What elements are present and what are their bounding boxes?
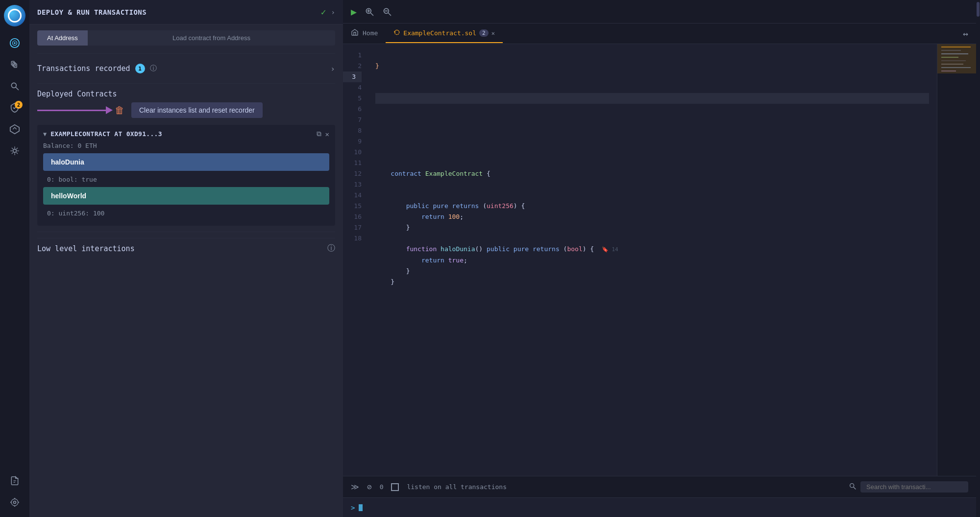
line-numbers: 1 2 3 4 5 6 7 8 9 10 11 12 13 14 15 16 1… — [343, 44, 368, 476]
deploy-icon — [9, 38, 20, 50]
arrow-line — [37, 110, 106, 111]
panel-header: DEPLOY & RUN TRANSACTIONS ✓ › — [29, 0, 343, 24]
panel-expand-icon[interactable]: › — [331, 8, 335, 16]
tab-example-contract[interactable]: ExampleContract.sol 2 ✕ — [386, 24, 503, 43]
home-tab-label: Home — [363, 29, 378, 37]
svg-line-29 — [854, 487, 856, 489]
sidebar-item-debug[interactable] — [6, 143, 24, 161]
arrow-head — [106, 106, 113, 114]
code-content[interactable]: } contract ExampleContract { public pure… — [368, 44, 937, 476]
transactions-info-icon[interactable]: ⓘ — [150, 64, 157, 73]
line-num-5: 5 — [343, 93, 362, 104]
transactions-badge: 1 — [135, 64, 145, 73]
load-contract-button[interactable]: Load contract from Address — [88, 30, 335, 46]
halo-dunia-button[interactable]: haloDunia — [43, 153, 329, 171]
tab-expand-icon[interactable]: ↔ — [955, 28, 976, 39]
hello-world-button[interactable]: helloWorld — [43, 187, 329, 205]
search-input[interactable] — [860, 481, 968, 493]
halo-dunia-result: 0: bool: true — [43, 174, 329, 187]
prompt-char: > — [351, 504, 355, 512]
sidebar-item-files[interactable] — [6, 57, 24, 74]
zoom-out-button[interactable] — [382, 7, 392, 17]
minimap-highlight — [937, 44, 976, 73]
line-num-18: 18 — [343, 233, 362, 244]
listen-label: listen on all transactions — [407, 483, 507, 491]
line-num-15: 15 — [343, 201, 362, 212]
files-icon — [10, 60, 20, 71]
search-icon — [10, 81, 20, 93]
line-num-3: 3 — [343, 71, 362, 82]
zoom-in-button[interactable] — [365, 7, 374, 17]
at-address-button[interactable]: At Address — [37, 30, 88, 46]
low-level-info-icon[interactable]: ⓘ — [327, 243, 335, 254]
listen-checkbox[interactable] — [391, 483, 399, 491]
svg-point-12 — [14, 501, 16, 504]
low-level-interactions: Low level interactions ⓘ — [37, 238, 335, 258]
divider-1 — [37, 53, 335, 54]
contract-expand-icon[interactable]: ▼ — [43, 131, 47, 138]
contract-tab-close[interactable]: ✕ — [491, 30, 495, 37]
bottom-search-area — [849, 481, 968, 493]
editor-tabs: Home ExampleContract.sol 2 ✕ ↔ — [343, 24, 976, 44]
bottom-count: 0 — [380, 483, 384, 491]
line-num-16: 16 — [343, 212, 362, 222]
contract-copy-icon[interactable]: ⧉ — [317, 130, 321, 138]
icon-sidebar: 2 — [0, 0, 29, 517]
svg-line-18 — [389, 13, 391, 15]
sidebar-item-settings[interactable] — [6, 494, 24, 512]
sidebar-item-plugins[interactable] — [6, 473, 24, 491]
sidebar-item-etherscan[interactable] — [6, 121, 24, 139]
svg-point-6 — [11, 83, 16, 88]
sidebar-item-deploy[interactable] — [6, 35, 24, 53]
etherscan-icon — [9, 124, 20, 137]
low-level-title: Low level interactions — [37, 244, 322, 253]
code-editor[interactable]: 1 2 3 4 5 6 7 8 9 10 11 12 13 14 15 16 1… — [343, 44, 976, 476]
transactions-row: Transactions recorded 1 ⓘ › — [37, 60, 335, 77]
check-icon: ✓ — [321, 7, 326, 17]
sidebar-item-search[interactable] — [6, 78, 24, 96]
editor-area: ▶ Home — [343, 0, 976, 517]
terminal-cursor — [359, 504, 363, 511]
line-num-2: 2 — [343, 61, 362, 71]
terminal-prompt: > — [343, 497, 976, 517]
transactions-expand-icon[interactable]: › — [330, 64, 335, 73]
line-num-11: 11 — [343, 158, 362, 168]
trash-icon[interactable]: 🗑 — [115, 104, 124, 116]
tab-home[interactable]: Home — [343, 24, 386, 44]
settings-icon — [10, 497, 20, 509]
address-button-group: At Address Load contract from Address — [37, 30, 335, 46]
skip-icon[interactable]: ≫ — [351, 482, 359, 492]
hello-world-result: 0: uint256: 100 — [43, 208, 329, 221]
contract-tab-sync-icon — [393, 29, 400, 37]
line-num-17: 17 — [343, 222, 362, 233]
line-num-7: 7 — [343, 115, 362, 125]
panel-title: DEPLOY & RUN TRANSACTIONS — [37, 8, 316, 16]
purple-arrow — [37, 106, 113, 114]
app-logo — [4, 5, 25, 26]
trash-arrow-row: 🗑 Clear instances list and reset recorde… — [37, 102, 335, 118]
right-scrollbar[interactable] — [976, 0, 980, 517]
compiler-badge: 2 — [15, 101, 23, 109]
line-num-13: 13 — [343, 179, 362, 190]
run-button[interactable]: ▶ — [351, 6, 357, 18]
contract-tab-label: ExampleContract.sol — [403, 29, 476, 37]
contract-tab-count: 2 — [479, 29, 489, 37]
contract-header: ▼ EXAMPLECONTRACT AT 0XD91...3 ⧉ ✕ — [43, 130, 329, 138]
contract-balance: Balance: 0 ETH — [43, 142, 329, 149]
clear-instances-tooltip: Clear instances list and reset recorder — [131, 102, 263, 118]
home-icon — [351, 28, 359, 38]
line-num-14: 14 — [343, 190, 362, 201]
line-num-6: 6 — [343, 104, 362, 115]
line-num-4: 4 — [343, 82, 362, 93]
sidebar-item-compiler[interactable]: 2 — [6, 100, 24, 118]
svg-line-7 — [16, 88, 19, 90]
deployed-contracts-title: Deployed Contracts — [37, 90, 117, 98]
svg-marker-8 — [10, 125, 19, 134]
divider-3 — [37, 232, 335, 232]
debug-icon — [10, 146, 20, 158]
line-num-1: 1 — [343, 50, 362, 61]
deploy-panel: DEPLOY & RUN TRANSACTIONS ✓ › At Address… — [29, 0, 343, 517]
contract-close-icon[interactable]: ✕ — [325, 130, 329, 138]
plugin-icon — [10, 476, 20, 488]
stop-icon[interactable]: ⊘ — [367, 482, 372, 492]
